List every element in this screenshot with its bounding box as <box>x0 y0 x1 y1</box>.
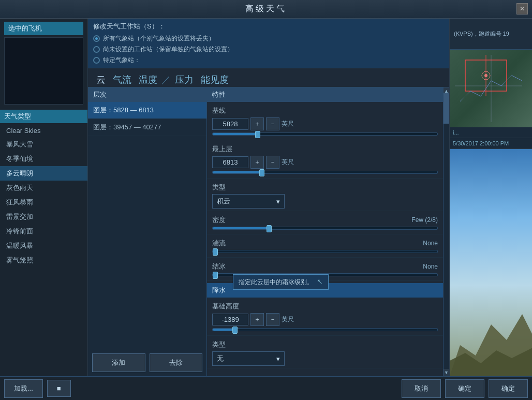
top-layer-slider[interactable] <box>212 171 438 174</box>
scrollbar-vertical[interactable]: ▲ ▼ <box>443 87 449 376</box>
aircraft-header: 选中的飞机 <box>4 22 83 35</box>
bottom-bar: 加载... ■ 取消 确定 确定 <box>0 376 532 400</box>
svg-point-3 <box>484 74 487 77</box>
tab-bar: 云 气流 温度 ／ 压力 能见度 <box>88 68 449 87</box>
base-altitude-decrement[interactable]: － <box>266 313 279 326</box>
weather-item-cloudy[interactable]: 多云晴朗 <box>0 166 87 181</box>
weather-item-winter[interactable]: 冬季仙境 <box>0 152 87 166</box>
weather-item-rainy[interactable]: 灰色雨天 <box>0 181 87 195</box>
base-altitude-label: 基础高度 <box>212 302 438 311</box>
baseline-input[interactable] <box>212 118 248 130</box>
weather-item-thunder[interactable]: 雷景交加 <box>0 210 87 224</box>
weather-item-clear-skies[interactable]: Clear Skies <box>0 124 87 137</box>
baseline-label: 基线 <box>212 106 438 115</box>
precip-dropdown-arrow-icon: ▾ <box>276 355 280 363</box>
radio-specific-station[interactable] <box>93 57 100 64</box>
station-option-2[interactable]: 尚未设置的工作站（保留单独的气象站的设置） <box>93 45 233 54</box>
baseline-input-row: ＋ － 英尺 <box>212 117 438 130</box>
base-altitude-increment[interactable]: ＋ <box>250 313 264 326</box>
base-altitude-input-row: ＋ － 英尺 <box>212 313 438 326</box>
remove-layer-button[interactable]: 去除 <box>150 353 203 372</box>
weather-item-blizzard[interactable]: 暴风大雪 <box>0 137 87 152</box>
weather-item-fog[interactable]: 雾气笼照 <box>0 253 87 268</box>
precip-type-dropdown[interactable]: 无 ▾ <box>212 351 285 366</box>
toplayer-increment[interactable]: ＋ <box>250 156 264 169</box>
weather-item-storm[interactable]: 狂风暴雨 <box>0 195 87 210</box>
add-layer-button[interactable]: 添加 <box>92 353 145 372</box>
baseline-decrement[interactable]: － <box>266 117 279 130</box>
load-button[interactable]: 加载... <box>4 379 43 398</box>
radio-unconfigured-stations[interactable] <box>93 46 100 53</box>
top-layer-slider-thumb[interactable] <box>259 169 264 176</box>
radio-all-stations[interactable] <box>93 35 100 42</box>
baseline-slider-thumb[interactable] <box>255 131 260 138</box>
weather-type-section: 天气类型 Clear Skies 暴风大雪 冬季仙境 多云晴朗 灰色雨天 狂风暴… <box>0 110 87 376</box>
station-option-3[interactable]: 特定气象站： <box>93 56 233 65</box>
tab-airflow[interactable]: 气流 <box>110 72 135 87</box>
timestamp: 5/30/2017 2:00:00 PM <box>450 138 532 149</box>
action-button[interactable]: ■ <box>47 380 71 397</box>
cloud-type-dropdown[interactable]: 积云 ▾ <box>212 194 285 209</box>
confirm-button[interactable]: 确定 <box>445 379 484 398</box>
scroll-down-arrow[interactable]: ▼ <box>444 369 449 376</box>
turbulence-slider[interactable] <box>212 250 438 253</box>
weather-item-warmstorm[interactable]: 温暖风暴 <box>0 239 87 253</box>
weather-type-header: 天气类型 <box>0 110 87 123</box>
base-altitude-unit: 英尺 <box>282 315 294 324</box>
icing-row: 结冰 None 指定此云层中的霜冰级别。 ↖ <box>207 258 443 281</box>
info-label: i... <box>450 127 532 138</box>
icing-slider[interactable] <box>212 273 438 276</box>
aircraft-section: 选中的飞机 <box>0 19 87 110</box>
base-altitude-row: 基础高度 ＋ － 英尺 <box>207 298 443 336</box>
toplayer-decrement[interactable]: － <box>266 156 279 169</box>
properties-panel: 特性 基线 ＋ － 英尺 <box>207 87 443 376</box>
baseline-slider[interactable] <box>212 132 438 136</box>
baseline-increment[interactable]: ＋ <box>250 117 264 130</box>
right-confirm-button[interactable]: 确定 <box>489 379 528 398</box>
precipitation-header: 降水 <box>207 283 443 298</box>
turbulence-slider-thumb[interactable] <box>213 248 218 256</box>
station-bar: 修改天气工作站（S）： 所有气象站（个别气象站的设置将丢失） 尚未设置的工作站（… <box>88 19 449 68</box>
density-slider-thumb[interactable] <box>267 225 272 232</box>
close-button[interactable]: ✕ <box>516 3 528 14</box>
top-layer-label: 最上层 <box>212 144 438 154</box>
layers-header: 层次 <box>88 87 206 102</box>
weather-item-coldfront[interactable]: 冷锋前面 <box>0 224 87 239</box>
station-bar-title: 修改天气工作站（S）： <box>93 22 233 31</box>
baseline-slider-fill <box>213 133 258 135</box>
left-panel: 选中的飞机 天气类型 Clear Skies 暴风大雪 冬季仙境 多云晴朗 灰色… <box>0 19 88 376</box>
scrollbar-thumb[interactable] <box>444 93 449 124</box>
layers-buttons: 添加 去除 <box>88 349 206 376</box>
icing-slider-thumb[interactable] <box>213 272 218 279</box>
layers-list: 图层：5828 — 6813 图层：39457 — 40277 <box>88 102 206 349</box>
layer-item-0[interactable]: 图层：5828 — 6813 <box>88 102 206 119</box>
right-panel: (KVPS)，跑道编号 19 i... 5/30/2017 2:00:00 PM <box>449 19 532 376</box>
base-altitude-input[interactable] <box>212 314 248 325</box>
station-options: 修改天气工作站（S）： 所有气象站（个别气象站的设置将丢失） 尚未设置的工作站（… <box>93 22 233 65</box>
base-altitude-slider[interactable] <box>212 328 438 331</box>
density-row: 密度 Few (2/8) <box>207 211 443 234</box>
weather-type-list: Clear Skies 暴风大雪 冬季仙境 多云晴朗 灰色雨天 狂风暴雨 雷景交… <box>0 123 87 269</box>
top-layer-input[interactable] <box>212 156 248 168</box>
tab-pressure[interactable]: 压力 <box>172 72 197 87</box>
map-background <box>450 50 532 127</box>
center-panel: 修改天气工作站（S）： 所有气象站（个别气象站的设置将丢失） 尚未设置的工作站（… <box>88 19 449 376</box>
top-layer-unit: 英尺 <box>282 158 294 167</box>
station-options-list: 所有气象站（个别气象站的设置将丢失） 尚未设置的工作站（保留单独的气象站的设置）… <box>93 34 233 65</box>
mountain-svg <box>450 273 532 376</box>
main-layout: 选中的飞机 天气类型 Clear Skies 暴风大雪 冬季仙境 多云晴朗 灰色… <box>0 19 532 376</box>
layer-item-1[interactable]: 图层：39457 — 40277 <box>88 119 206 136</box>
tab-visibility[interactable]: 能见度 <box>198 72 232 87</box>
station-option-1[interactable]: 所有气象站（个别气象站的设置将丢失） <box>93 34 233 43</box>
cloud-type-label: 类型 <box>212 183 438 192</box>
base-altitude-slider-thumb[interactable] <box>232 327 238 334</box>
properties-header: 特性 <box>207 87 443 102</box>
tab-temperature[interactable]: 温度 <box>136 72 160 87</box>
cloud-type-row: 类型 积云 ▾ <box>207 179 443 211</box>
density-slider[interactable] <box>212 227 438 230</box>
sky-view <box>450 149 532 376</box>
precip-type-row: 类型 无 ▾ <box>207 336 443 368</box>
aircraft-display <box>4 37 83 105</box>
tab-cloud[interactable]: 云 <box>93 72 109 87</box>
cancel-button[interactable]: 取消 <box>402 379 441 398</box>
